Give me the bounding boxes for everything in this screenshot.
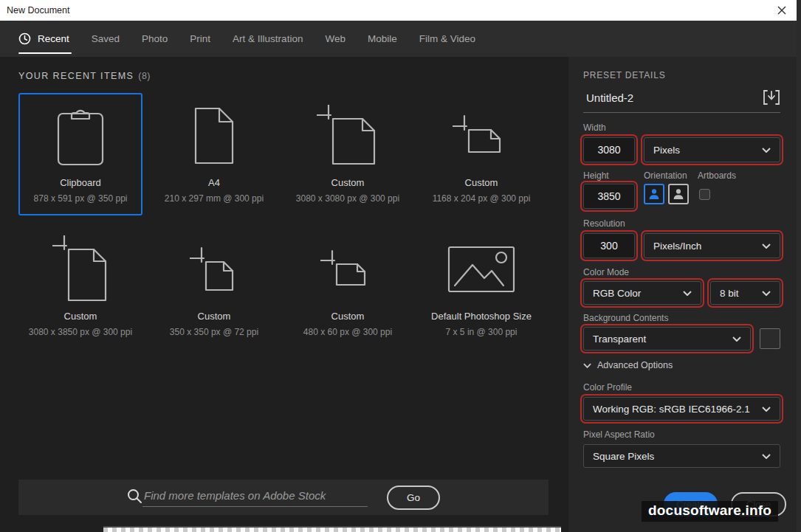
custom-wide-icon — [287, 228, 408, 311]
tab-recent[interactable]: Recent — [18, 21, 80, 57]
tab-label: Mobile — [368, 33, 397, 44]
image-icon — [421, 228, 542, 311]
recent-item-name: Custom — [331, 177, 365, 188]
background-color-swatch[interactable] — [760, 328, 780, 349]
orientation-buttons — [644, 184, 689, 204]
resolution-unit-dropdown[interactable]: Pixels/Inch — [644, 233, 780, 258]
new-document-dialog: New Document Recent Saved Photo Print Ar… — [0, 0, 801, 532]
tab-label: Web — [325, 33, 346, 44]
pixel-aspect-ratio-label: Pixel Aspect Ratio — [583, 429, 780, 440]
category-tabbar: Recent Saved Photo Print Art & Illustrat… — [0, 21, 801, 57]
tab-photo[interactable]: Photo — [131, 21, 179, 57]
chevron-down-icon — [683, 291, 692, 296]
recent-item-custom-square-large[interactable]: Custom 3080 x 3080 px @ 300 ppi — [286, 93, 410, 215]
tab-print[interactable]: Print — [179, 21, 221, 57]
search-icon — [127, 488, 142, 507]
resolution-input[interactable] — [583, 233, 635, 258]
go-button[interactable]: Go — [387, 486, 440, 510]
color-mode-row: RGB Color 8 bit — [583, 281, 780, 305]
tab-saved[interactable]: Saved — [80, 21, 131, 57]
resolution-label: Resolution — [583, 218, 780, 229]
advanced-options-toggle[interactable]: Advanced Options — [583, 360, 780, 370]
preset-details-panel: PRESET DETAILS Width Pixels Height — [568, 57, 797, 532]
tab-label: Art & Illustration — [233, 33, 303, 44]
document-name-row — [583, 89, 780, 113]
recent-item-name: Clipboard — [60, 177, 101, 188]
chevron-down-icon — [762, 291, 771, 296]
orientation-landscape-button[interactable] — [668, 184, 689, 204]
portrait-person-icon — [647, 187, 661, 201]
background-contents-value: Transparent — [593, 334, 646, 345]
stock-search-box — [142, 488, 368, 507]
recent-item-spec: 3080 x 3080 px @ 300 ppi — [296, 193, 399, 204]
recent-item-custom-wide-small[interactable]: Custom 1168 x 204 px @ 300 ppi — [419, 93, 543, 215]
recent-items-count: (8) — [138, 71, 151, 81]
color-mode-dropdown[interactable]: RGB Color — [583, 281, 701, 305]
width-unit-value: Pixels — [653, 145, 680, 156]
stock-search-input[interactable] — [142, 488, 368, 502]
width-input[interactable] — [583, 137, 635, 162]
custom-square-large-icon — [287, 94, 408, 177]
background-contents-row: Transparent — [583, 327, 780, 350]
transparency-checkerboard-strip — [103, 526, 561, 532]
recent-item-spec: 7 x 5 in @ 300 ppi — [446, 327, 518, 337]
tab-mobile[interactable]: Mobile — [357, 21, 408, 57]
document-name-input[interactable] — [583, 91, 763, 105]
resolution-unit-value: Pixels/Inch — [653, 241, 701, 252]
width-label: Width — [583, 122, 780, 133]
chevron-down-icon — [762, 407, 771, 412]
tab-label: Saved — [92, 33, 120, 44]
width-row: Pixels — [583, 137, 780, 162]
page-portrait-icon — [154, 94, 275, 177]
recent-item-custom-wide[interactable]: Custom 480 x 60 px @ 300 ppi — [286, 227, 410, 349]
color-profile-dropdown[interactable]: Working RGB: sRGB IEC61966-2.1 — [583, 397, 780, 421]
color-mode-label: Color Mode — [583, 267, 780, 277]
tab-film-video[interactable]: Film & Video — [408, 21, 487, 57]
custom-wide-small-icon — [421, 94, 542, 177]
pixel-aspect-ratio-dropdown[interactable]: Square Pixels — [583, 444, 780, 468]
recent-item-custom-portrait[interactable]: Custom 3080 x 3850 px @ 300 ppi — [18, 227, 142, 349]
recent-item-a4[interactable]: A4 210 x 297 mm @ 300 ppi — [152, 93, 276, 215]
bit-depth-dropdown[interactable]: 8 bit — [710, 281, 780, 305]
color-mode-value: RGB Color — [593, 288, 641, 299]
recent-item-name: A4 — [208, 177, 220, 188]
chevron-down-icon — [762, 148, 771, 153]
recent-item-name: Default Photoshop Size — [431, 311, 532, 322]
tab-art-illustration[interactable]: Art & Illustration — [221, 21, 314, 57]
recent-item-name: Custom — [331, 311, 365, 322]
width-unit-dropdown[interactable]: Pixels — [644, 137, 780, 162]
recent-item-spec: 350 x 350 px @ 72 ppi — [170, 327, 258, 337]
close-icon[interactable] — [776, 4, 788, 16]
tab-label: Print — [190, 33, 210, 44]
recent-items-heading: YOUR RECENT ITEMS(8) — [18, 71, 151, 81]
save-preset-icon[interactable] — [763, 89, 780, 106]
tab-label: Recent — [38, 33, 69, 44]
recent-item-custom-square-small[interactable]: Custom 350 x 350 px @ 72 ppi — [152, 227, 276, 349]
orientation-label: Orientation — [644, 170, 689, 181]
height-input[interactable] — [583, 184, 635, 209]
chevron-down-icon — [732, 336, 741, 342]
recent-item-spec: 878 x 591 px @ 350 ppi — [34, 193, 128, 204]
orientation-portrait-button[interactable] — [644, 184, 664, 204]
background-contents-dropdown[interactable]: Transparent — [583, 327, 751, 350]
recent-item-spec: 1168 x 204 px @ 300 ppi — [433, 193, 531, 204]
recent-item-clipboard[interactable]: Clipboard 878 x 591 px @ 350 ppi — [18, 93, 142, 215]
recent-items-grid: Clipboard 878 x 591 px @ 350 ppi A4 210 … — [18, 93, 543, 349]
recent-item-spec: 3080 x 3850 px @ 300 ppi — [29, 327, 132, 337]
height-label: Height — [583, 170, 635, 181]
artboards-checkbox[interactable] — [699, 189, 710, 200]
chevron-down-icon — [762, 454, 771, 459]
color-profile-value: Working RGB: sRGB IEC61966-2.1 — [593, 404, 750, 415]
preset-details-heading: PRESET DETAILS — [583, 70, 780, 80]
watermark: docusoftware.info — [642, 501, 778, 522]
tab-web[interactable]: Web — [314, 21, 357, 57]
clipboard-icon — [20, 94, 141, 177]
recent-item-default-photoshop-size[interactable]: Default Photoshop Size 7 x 5 in @ 300 pp… — [419, 227, 543, 349]
title-bar: New Document — [0, 0, 801, 21]
custom-square-small-icon — [154, 228, 275, 311]
window-title: New Document — [7, 5, 69, 15]
recent-item-spec: 210 x 297 mm @ 300 ppi — [165, 193, 264, 204]
color-profile-label: Color Profile — [583, 382, 780, 393]
recent-item-name: Custom — [465, 177, 498, 188]
advanced-options-label: Advanced Options — [597, 360, 673, 370]
